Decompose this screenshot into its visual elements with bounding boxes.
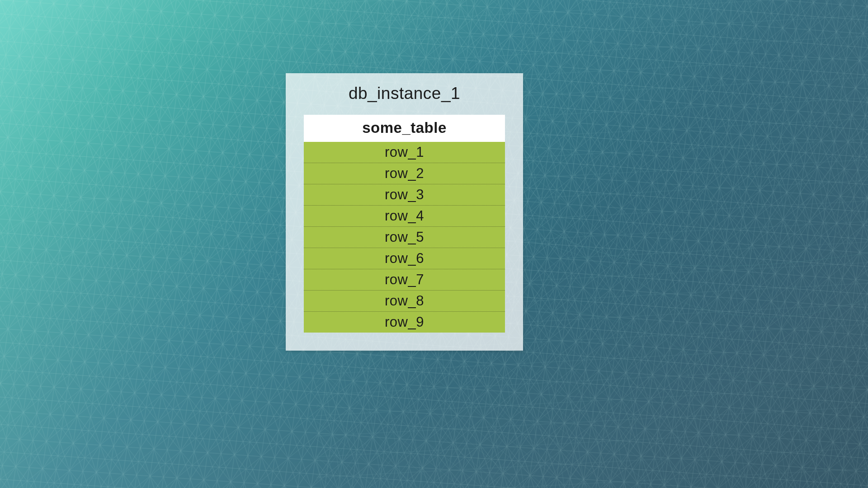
table-container: some_table row_1row_2row_3row_4row_5row_… xyxy=(304,115,505,333)
table-rows-list: row_1row_2row_3row_4row_5row_6row_7row_8… xyxy=(304,142,505,333)
table-row: row_6 xyxy=(304,248,505,269)
table-row: row_4 xyxy=(304,206,505,227)
table-row: row_5 xyxy=(304,227,505,248)
db-instance-container: db_instance_1 some_table row_1row_2row_3… xyxy=(286,73,523,351)
table-row: row_3 xyxy=(304,184,505,206)
table-row: row_2 xyxy=(304,163,505,184)
table-row: row_9 xyxy=(304,312,505,333)
table-name-header: some_table xyxy=(304,115,505,142)
db-instance-title: db_instance_1 xyxy=(304,84,505,103)
table-row: row_1 xyxy=(304,142,505,163)
table-row: row_8 xyxy=(304,291,505,312)
table-row: row_7 xyxy=(304,269,505,291)
